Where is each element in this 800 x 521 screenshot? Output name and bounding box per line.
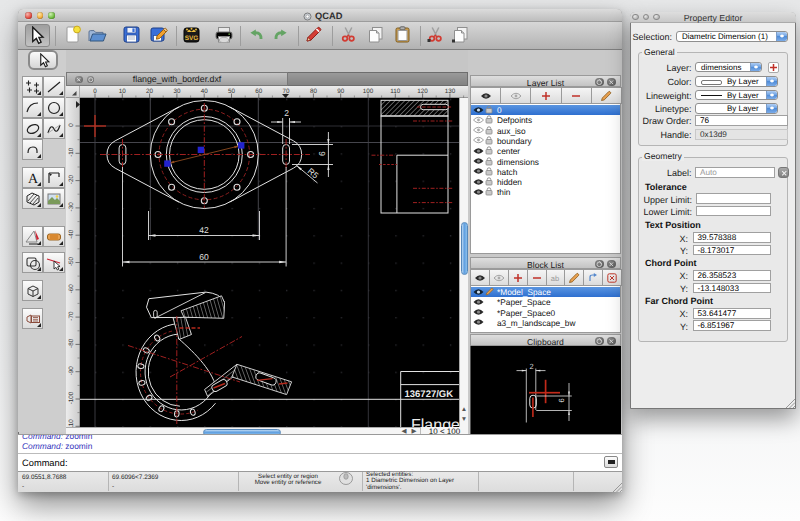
svg-text:40: 40 — [201, 88, 209, 95]
svg-text:60: 60 — [199, 252, 209, 262]
svg-text:Flange: Flange — [411, 417, 459, 427]
svg-text:110: 110 — [390, 88, 401, 95]
svg-text:-40: -40 — [68, 229, 75, 239]
svg-text:130: 130 — [445, 88, 456, 95]
svg-text:6: 6 — [557, 398, 566, 402]
svg-text:-100: -100 — [68, 391, 75, 404]
svg-text:-60: -60 — [68, 284, 75, 294]
svg-text:-80: -80 — [68, 338, 75, 348]
svg-text:-90: -90 — [68, 366, 75, 376]
svg-text:30: 30 — [173, 88, 181, 95]
svg-text:90: 90 — [337, 88, 345, 95]
svg-text:60: 60 — [255, 88, 263, 95]
svg-text:-70: -70 — [68, 311, 75, 321]
svg-text:-10: -10 — [68, 147, 75, 157]
svg-text:-30: -30 — [68, 202, 75, 212]
svg-text:0: 0 — [68, 123, 75, 127]
svg-text:-110: -110 — [68, 419, 75, 427]
svg-text:2: 2 — [529, 362, 533, 371]
svg-text:80: 80 — [310, 88, 318, 95]
svg-text:42: 42 — [199, 225, 209, 235]
svg-text:20: 20 — [146, 88, 154, 95]
svg-text:0: 0 — [93, 88, 97, 95]
svg-text:10: 10 — [119, 88, 127, 95]
svg-text:50: 50 — [228, 88, 236, 95]
svg-text:SVG: SVG — [185, 35, 199, 42]
svg-text:2: 2 — [284, 108, 289, 118]
svg-text:136727/GK: 136727/GK — [405, 389, 454, 400]
svg-text:ab: ab — [551, 274, 559, 283]
svg-text:6: 6 — [317, 151, 327, 156]
svg-text:-20: -20 — [68, 175, 75, 185]
svg-text:120: 120 — [417, 88, 428, 95]
svg-text:100: 100 — [363, 88, 374, 95]
svg-text:-50: -50 — [68, 256, 75, 266]
